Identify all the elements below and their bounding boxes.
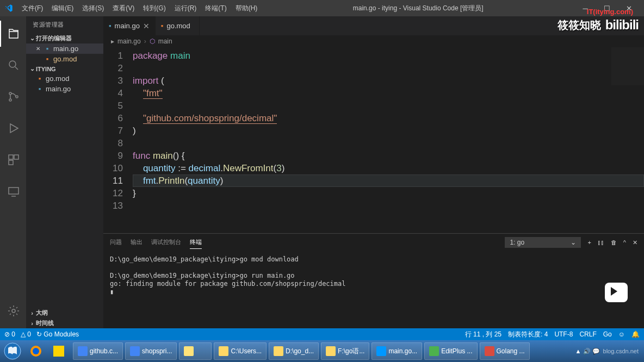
go-file-icon: ▸ (111, 38, 114, 45)
svg-rect-15 (184, 346, 194, 356)
close-tab-icon[interactable]: ✕ (143, 22, 150, 30)
titlebar: 文件(F)编辑(E)选择(S)查看(V)转到(G)运行(R)终端(T)帮助(H)… (0, 0, 644, 16)
cursor-position[interactable]: 行 11 , 列 25 (465, 330, 501, 339)
close-panel-icon[interactable]: ✕ (633, 239, 637, 246)
errors-status[interactable]: ⊘ 0 (4, 330, 15, 338)
notifications-icon[interactable]: 🔔 (631, 330, 640, 339)
go-modules-status[interactable]: ↻ Go Modules (36, 330, 79, 338)
windows-taskbar: github.c...shopspri...C:\Users...D:\go_d… (0, 340, 644, 362)
eol[interactable]: CRLF (579, 330, 596, 339)
sidebar-title: 资源管理器 (26, 16, 103, 33)
open-editors-header[interactable]: ⌄打开的编辑器 (26, 33, 103, 43)
menu-item[interactable]: 转到(G) (139, 2, 170, 15)
panel-tab[interactable]: 问题 (110, 236, 122, 249)
workspace-header[interactable]: ⌄ITYING (26, 64, 103, 73)
blog-watermark: blog.csdn.net (603, 348, 639, 354)
taskbar-item[interactable]: main.go... (371, 342, 422, 360)
menu-bar: 文件(F)编辑(E)选择(S)查看(V)转到(G)运行(R)终端(T)帮助(H) (17, 2, 262, 15)
editor-tab[interactable]: ▪go.mod (156, 16, 200, 35)
timeline-header[interactable]: ›时间线 (26, 318, 103, 328)
search-icon[interactable] (0, 52, 26, 78)
trash-icon[interactable]: 🗑 (611, 239, 617, 246)
svg-rect-7 (9, 188, 18, 194)
feedback-icon[interactable]: ☺ (618, 330, 625, 339)
svg-rect-19 (376, 346, 386, 356)
taskbar-item[interactable]: Golang ... (480, 342, 530, 360)
remote-icon[interactable] (0, 178, 26, 204)
tray-icons[interactable]: ▲ 🔊 💬 (575, 348, 600, 355)
menu-item[interactable]: 查看(V) (108, 2, 139, 15)
source-control-icon[interactable] (0, 84, 26, 110)
breadcrumb-symbol[interactable]: main (158, 38, 172, 45)
svg-rect-17 (274, 346, 283, 356)
app-icon[interactable] (49, 342, 71, 360)
settings-icon[interactable] (0, 298, 26, 324)
panel-tab[interactable]: 终端 (190, 236, 202, 249)
menu-item[interactable]: 编辑(E) (47, 2, 78, 15)
window-title: main.go - itying - Visual Studio Code [管… (262, 4, 574, 13)
svg-rect-14 (130, 346, 140, 356)
menu-item[interactable]: 终端(T) (201, 2, 231, 15)
language-mode[interactable]: Go (603, 330, 612, 339)
vscode-icon (4, 4, 13, 13)
code-editor[interactable]: 12345678910111213 package main import ( … (103, 47, 644, 233)
svg-point-1 (9, 92, 11, 95)
start-button[interactable] (2, 341, 23, 361)
menu-item[interactable]: 运行(R) (170, 2, 201, 15)
warnings-status[interactable]: △ 0 (21, 330, 31, 338)
explorer-icon[interactable] (0, 21, 26, 47)
taskbar-item[interactable]: D:\go_d... (269, 342, 319, 360)
system-tray[interactable]: ▲ 🔊 💬 blog.csdn.net (575, 348, 642, 355)
encoding[interactable]: UTF-8 (554, 330, 573, 339)
open-editor-item[interactable]: ✕▪main.go (26, 43, 103, 54)
menu-item[interactable]: 文件(F) (17, 2, 47, 15)
new-terminal-icon[interactable]: + (587, 239, 591, 246)
panel-tab[interactable]: 调试控制台 (151, 236, 181, 249)
statusbar: ⊘ 0 △ 0 ↻ Go Modules 行 11 , 列 25 制表符长度: … (0, 328, 644, 340)
taskbar-item[interactable]: github.c... (73, 342, 123, 360)
watermark: 筱筱知晓 bilibili (558, 17, 639, 33)
terminal-selector[interactable]: 1: go ⌄ (505, 237, 581, 248)
svg-rect-16 (219, 346, 228, 356)
svg-rect-6 (9, 160, 13, 165)
terminal[interactable]: D:\go_demo\demo19_package\itying>go mod … (103, 251, 644, 328)
svg-rect-21 (485, 346, 494, 356)
split-terminal-icon[interactable]: ⫿⫿ (598, 239, 604, 246)
taskbar-item[interactable] (179, 342, 212, 360)
breadcrumb[interactable]: ▸ main.go › ⬡ main (103, 35, 644, 47)
panel: 问题输出调试控制台终端 1: go ⌄ + ⫿⫿ 🗑 ^ ✕ D:\go_dem… (103, 233, 644, 328)
file-item[interactable]: ▪go.mod (26, 73, 103, 84)
editor-area: ▪main.go✕▪go.mod ▸ main.go › ⬡ main 1234… (103, 16, 644, 328)
watermark-red: IT(itying.com) (587, 8, 633, 16)
svg-point-8 (12, 309, 15, 313)
taskbar-item[interactable]: F:\go语... (321, 342, 369, 360)
svg-point-2 (9, 99, 11, 101)
svg-point-11 (33, 348, 39, 354)
explorer-sidebar: 资源管理器 ⌄打开的编辑器 ✕▪main.go▪go.mod ⌄ITYING ▪… (26, 16, 103, 328)
activity-bar (0, 16, 26, 328)
breadcrumb-file[interactable]: main.go (117, 38, 141, 45)
svg-rect-4 (9, 155, 13, 159)
taskbar-item[interactable]: EditPlus ... (424, 342, 477, 360)
menu-item[interactable]: 帮助(H) (231, 2, 262, 15)
menu-item[interactable]: 选择(S) (78, 2, 108, 15)
open-editor-item[interactable]: ▪go.mod (26, 54, 103, 64)
bilibili-play-icon[interactable] (605, 283, 628, 302)
svg-rect-13 (78, 346, 88, 356)
maximize-panel-icon[interactable]: ^ (623, 239, 626, 246)
minimap[interactable] (611, 47, 644, 85)
run-debug-icon[interactable] (0, 115, 26, 141)
outline-header[interactable]: ›大纲 (26, 308, 103, 318)
panel-tab[interactable]: 输出 (131, 236, 143, 249)
file-item[interactable]: ▪main.go (26, 84, 103, 94)
svg-rect-18 (326, 346, 336, 356)
svg-rect-5 (14, 155, 18, 159)
package-icon: ⬡ (150, 38, 155, 45)
extensions-icon[interactable] (0, 147, 26, 173)
tab-size[interactable]: 制表符长度: 4 (508, 330, 548, 339)
editor-tab[interactable]: ▪main.go✕ (103, 16, 156, 35)
svg-point-0 (9, 61, 16, 67)
taskbar-item[interactable]: C:\Users... (214, 342, 267, 360)
firefox-icon[interactable] (25, 342, 47, 360)
taskbar-item[interactable]: shopspri... (125, 342, 177, 360)
